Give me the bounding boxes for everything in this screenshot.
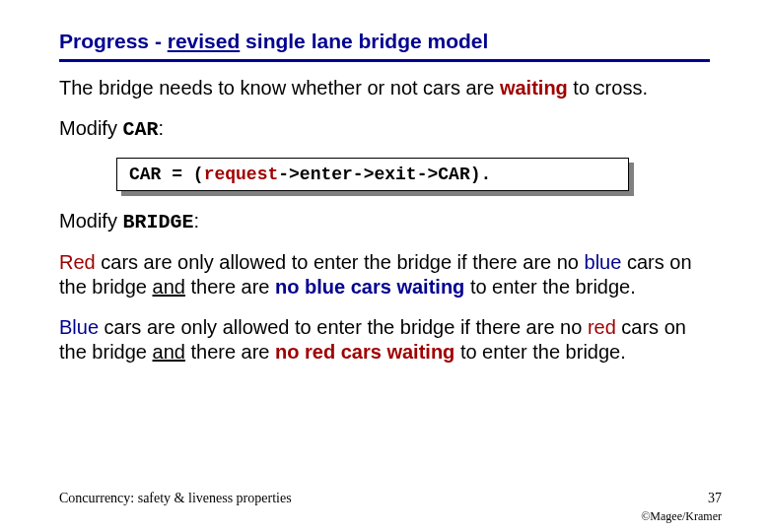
r7: no blue cars waiting <box>275 276 464 298</box>
red-rule-paragraph: Red cars are only allowed to enter the b… <box>59 250 710 299</box>
b3: red <box>588 316 616 338</box>
r1: Red <box>59 251 96 273</box>
modify-car-line: Modify CAR: <box>59 116 710 142</box>
modify-bridge-a: Modify <box>59 210 122 232</box>
slide: Progress - revised single lane bridge mo… <box>0 0 769 532</box>
b6: there are <box>185 341 275 363</box>
b7: no red cars waiting <box>275 341 454 363</box>
modify-car-code: CAR <box>122 118 158 141</box>
r8: to enter the bridge. <box>464 276 635 298</box>
blue-rule-paragraph: Blue cars are only allowed to enter the … <box>59 315 710 365</box>
r5: and <box>153 276 185 298</box>
code-box-content: CAR = (request->enter->exit->CAR). <box>116 158 629 191</box>
slide-body: The bridge needs to know whether or not … <box>59 76 710 365</box>
code-box: CAR = (request->enter->exit->CAR). <box>116 158 629 191</box>
slide-title: Progress - revised single lane bridge mo… <box>59 30 710 53</box>
title-post: single lane bridge model <box>240 30 488 52</box>
modify-bridge-code: BRIDGE <box>122 211 193 233</box>
r3: blue <box>585 251 622 273</box>
r2: cars are only allowed to enter the bridg… <box>96 251 585 273</box>
title-underlined: revised <box>168 30 241 52</box>
b1: Blue <box>59 316 99 338</box>
code-b: ->enter->exit->CAR). <box>278 165 491 184</box>
intro-text-a: The bridge needs to know whether or not … <box>59 77 500 99</box>
title-rule <box>59 59 710 62</box>
r6: there are <box>185 276 275 298</box>
modify-bridge-line: Modify BRIDGE: <box>59 209 710 234</box>
footer-left: Concurrency: safety & liveness propertie… <box>59 491 292 506</box>
intro-text-c: to cross. <box>568 77 648 99</box>
b8: to enter the bridge. <box>454 341 625 363</box>
modify-car-colon: : <box>158 117 164 139</box>
page-number: 37 <box>708 491 722 506</box>
modify-car-a: Modify <box>59 117 122 139</box>
title-pre: Progress - <box>59 30 168 52</box>
intro-paragraph: The bridge needs to know whether or not … <box>59 76 710 100</box>
code-request: request <box>204 165 279 184</box>
b2: cars are only allowed to enter the bridg… <box>99 316 588 338</box>
copyright: ©Magee/Kramer <box>641 509 722 524</box>
code-a: CAR = ( <box>129 165 204 184</box>
footer: Concurrency: safety & liveness propertie… <box>59 491 722 506</box>
intro-waiting: waiting <box>500 77 568 99</box>
b5: and <box>153 341 185 363</box>
modify-bridge-colon: : <box>193 210 199 232</box>
